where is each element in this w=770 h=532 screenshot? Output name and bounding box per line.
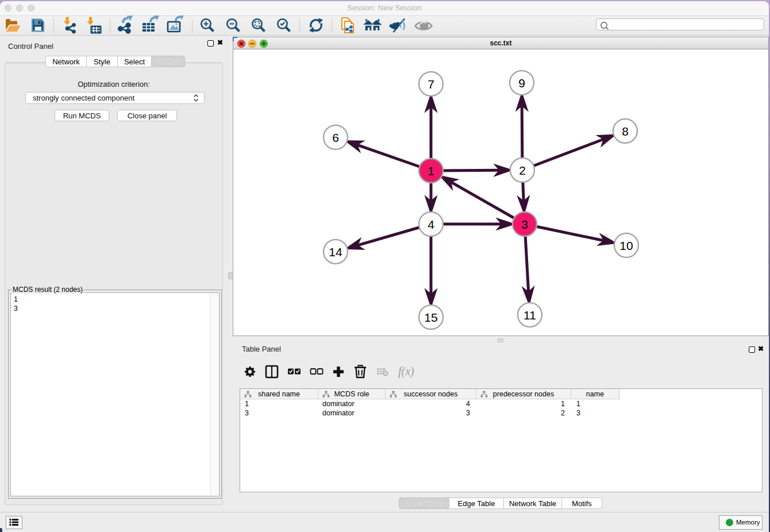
- svg-text:10: 10: [619, 239, 633, 252]
- svg-text:15: 15: [424, 311, 437, 324]
- svg-text:4: 4: [428, 218, 434, 231]
- svg-text:8: 8: [622, 125, 629, 138]
- svg-text:2: 2: [519, 164, 526, 177]
- svg-text:1: 1: [428, 164, 434, 178]
- svg-text:3: 3: [521, 218, 528, 231]
- svg-text:9: 9: [518, 76, 525, 90]
- svg-text:11: 11: [523, 309, 536, 322]
- svg-text:7: 7: [428, 78, 434, 91]
- svg-text:6: 6: [332, 131, 339, 144]
- svg-text:14: 14: [329, 245, 342, 259]
- svg-text:f(x): f(x): [398, 365, 414, 378]
